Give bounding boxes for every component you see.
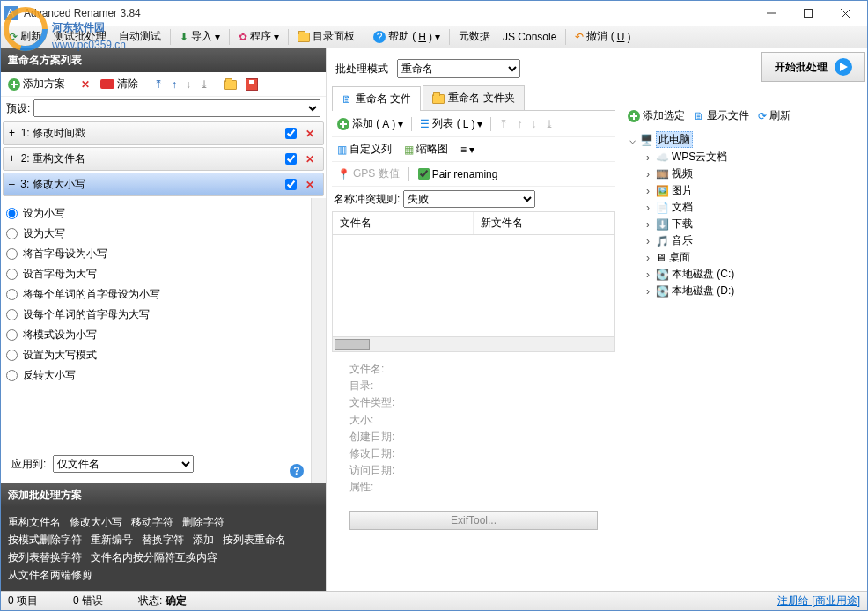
method-link[interactable]: 替换字符 [142, 534, 184, 546]
tree-expand-icon[interactable]: › [643, 185, 653, 197]
tree-node[interactable]: ›🖥桌面 [624, 249, 864, 266]
menu-program[interactable]: ✿程序 ▾ [233, 27, 284, 46]
tree-node[interactable]: ⌵🖥️此电脑 [624, 130, 864, 149]
method-enable-checkbox[interactable] [285, 128, 297, 139]
case-option[interactable]: 设首字母为大写 [6, 264, 305, 284]
gps-input[interactable]: 📍GPS 数值 [334, 165, 403, 183]
method-enable-checkbox[interactable] [285, 153, 297, 165]
tree-refresh-button[interactable]: ⟳刷新 [754, 107, 794, 125]
tree-expand-icon[interactable]: › [643, 151, 653, 164]
sort-top-button[interactable]: ⤒ [496, 116, 511, 132]
case-option[interactable]: 将每个单词的首字母设为小写 [6, 284, 305, 305]
close-button[interactable] [827, 2, 864, 25]
delete-method-button[interactable]: ✕ [76, 77, 95, 92]
tab-rename-folders[interactable]: 重命名 文件夹 [423, 85, 524, 110]
tree-expand-icon[interactable]: › [643, 202, 653, 214]
move-top-button[interactable]: ⤒ [151, 77, 166, 92]
tree-node[interactable]: ›📄文档 [624, 199, 864, 216]
method-link[interactable]: 文件名内按分隔符互换内容 [91, 551, 217, 563]
menu-metadata[interactable]: 元数据 [453, 27, 496, 46]
apply-to-select[interactable]: 仅文件名 [53, 455, 194, 473]
tree-expand-icon[interactable]: ⌵ [627, 134, 637, 146]
tree-expand-icon[interactable]: › [643, 168, 653, 180]
method-item-1[interactable]: + 1: 修改时间戳✕ [3, 121, 324, 145]
move-bottom-button[interactable]: ⤓ [196, 77, 212, 92]
method-item-2[interactable]: + 2: 重构文件名✕ [3, 147, 324, 171]
menu-refresh[interactable]: ⟳刷新 [4, 27, 47, 46]
start-batch-button[interactable]: 开始批处理 [761, 52, 865, 82]
pair-renaming-checkbox[interactable]: Pair renaming [415, 166, 502, 182]
tree-expand-icon[interactable]: › [643, 269, 653, 281]
tree-node[interactable]: ›☁️WPS云文档 [624, 149, 864, 166]
method-link[interactable]: 重构文件名 [8, 516, 61, 528]
method-link[interactable]: 按列表替换字符 [8, 551, 82, 563]
method-remove-button[interactable]: ✕ [302, 179, 318, 191]
th-newfilename[interactable]: 新文件名 [474, 212, 614, 234]
method-link[interactable]: 按列表重命名 [223, 534, 286, 546]
tree-node[interactable]: ›🖼️图片 [624, 182, 864, 199]
method-link[interactable]: 删除字符 [182, 516, 224, 528]
tree-expand-icon[interactable]: › [643, 285, 653, 298]
tree-node[interactable]: ›🎞️视频 [624, 166, 864, 182]
menu-test-batch[interactable]: 测试批处理 [48, 27, 112, 46]
move-up-button[interactable]: ↑ [168, 77, 180, 92]
minimize-button[interactable] [753, 2, 790, 25]
case-option[interactable]: 设为大写 [6, 224, 305, 244]
file-table-body[interactable] [333, 235, 614, 336]
horizontal-scrollbar[interactable] [333, 336, 614, 351]
add-files-button[interactable]: 添加 (A) ▾ [334, 114, 407, 133]
open-folder-button[interactable] [221, 77, 240, 91]
case-option[interactable]: 将首字母设为小写 [6, 244, 305, 264]
vertical-scrollbar[interactable] [311, 198, 326, 483]
register-link[interactable]: 注册给 [商业用途] [777, 593, 860, 608]
method-remove-button[interactable]: ✕ [302, 128, 318, 140]
tree-expand-icon[interactable]: › [643, 218, 653, 231]
add-selected-button[interactable]: 添加选定 [624, 107, 688, 125]
menu-autotest[interactable]: 自动测试 [114, 27, 166, 46]
thumbnails-button[interactable]: ▦缩略图 [401, 140, 452, 158]
show-files-button[interactable]: 🗎显示文件 [690, 107, 753, 125]
add-method-button[interactable]: 添加方案 [4, 75, 69, 93]
method-link[interactable]: 重新编号 [91, 534, 133, 546]
tree-node[interactable]: ›💽本地磁盘 (D:) [624, 283, 864, 299]
batch-mode-select[interactable]: 重命名 [397, 59, 520, 78]
case-option[interactable]: 反转大小写 [6, 365, 305, 386]
tree-expand-icon[interactable]: › [643, 252, 653, 264]
clear-methods-button[interactable]: —清除 [97, 75, 142, 93]
view-menu-button[interactable]: ≡▾ [457, 142, 478, 158]
menu-help[interactable]: ?帮助 (H) ▾ [368, 27, 445, 46]
maximize-button[interactable] [790, 2, 827, 25]
method-link[interactable]: 按模式删除字符 [8, 534, 82, 546]
method-link[interactable]: 从文件名两端修剪 [8, 569, 92, 581]
method-link[interactable]: 移动字符 [131, 516, 173, 528]
sort-down-button[interactable]: ↓ [527, 116, 540, 132]
tree-expand-icon[interactable]: › [643, 235, 653, 247]
preset-select[interactable] [33, 99, 320, 117]
menu-undo[interactable]: ↶撤消 (U) [570, 27, 636, 46]
case-option[interactable]: 将模式设为小写 [6, 325, 305, 345]
tree-node[interactable]: ›⬇️下载 [624, 216, 864, 232]
sort-up-button[interactable]: ↑ [513, 116, 526, 132]
save-preset-button[interactable] [242, 77, 261, 92]
case-option[interactable]: 设置为大写模式 [6, 345, 305, 365]
tree-node[interactable]: ›💽本地磁盘 (C:) [624, 266, 864, 283]
case-option[interactable]: 设为小写 [6, 203, 305, 224]
tab-rename-files[interactable]: 🗎重命名 文件 [332, 86, 421, 111]
custom-columns-button[interactable]: ▥自定义列 [334, 140, 395, 158]
method-enable-checkbox[interactable] [285, 179, 297, 190]
method-link[interactable]: 添加 [193, 534, 214, 546]
folder-tree[interactable]: ⌵🖥️此电脑›☁️WPS云文档›🎞️视频›🖼️图片›📄文档›⬇️下载›🎵音乐›🖥… [622, 127, 865, 587]
sort-bottom-button[interactable]: ⤓ [541, 116, 557, 132]
list-menu-button[interactable]: ☰列表 (L) ▾ [416, 114, 486, 133]
case-option[interactable]: 设每个单词的首字母为大写 [6, 305, 305, 325]
method-link[interactable]: 修改大小写 [70, 516, 122, 528]
tree-node[interactable]: ›🎵音乐 [624, 232, 864, 249]
menu-dir-panel[interactable]: 目录面板 [292, 27, 360, 46]
menu-jsconsole[interactable]: JS Console [497, 29, 562, 45]
method-item-3[interactable]: – 3: 修改大小写✕ [3, 173, 324, 196]
conflict-select[interactable]: 失败 [403, 190, 535, 208]
move-down-button[interactable]: ↓ [182, 77, 195, 92]
menu-import[interactable]: ⬇导入 ▾ [174, 27, 225, 46]
method-help-button[interactable]: ? [290, 464, 304, 478]
method-remove-button[interactable]: ✕ [302, 153, 318, 166]
